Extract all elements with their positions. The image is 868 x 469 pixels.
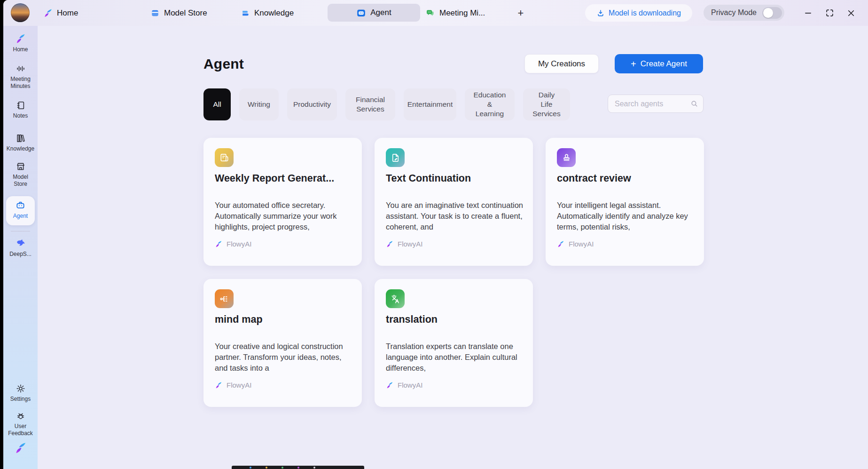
category-filter-bar: All Writing Productivity Financial Servi…: [203, 88, 570, 120]
card-title: translation: [386, 314, 523, 326]
flowy-logo-icon: [43, 8, 53, 18]
taskbar-app-dot: [282, 467, 283, 469]
category-pill-financial-services[interactable]: Financial Services: [345, 88, 395, 120]
sidebar-footer-logo: [3, 442, 38, 454]
taskbar-app-dot: [297, 467, 299, 469]
tab-label: Meeting Mi...: [439, 8, 485, 18]
create-agent-button[interactable]: + Create Agent: [615, 54, 703, 73]
flowy-logo-icon: [557, 240, 564, 248]
category-pill-productivity[interactable]: Productivity: [287, 88, 337, 120]
sidebar: Home Meeting Minutes Notes Knowledge: [3, 26, 38, 469]
flowy-logo-icon: [215, 240, 222, 248]
toggle-track: [762, 7, 782, 19]
agent-card-weekly-report[interactable]: Weekly Report Generat... Your automated …: [203, 138, 362, 266]
page-title: Agent: [203, 56, 244, 72]
sidebar-item-meeting-minutes[interactable]: Meeting Minutes: [3, 64, 38, 90]
tab-label: Model Store: [164, 8, 207, 18]
bookshelf-icon: [16, 133, 26, 143]
my-creations-button[interactable]: My Creations: [524, 54, 599, 73]
tab-label: Home: [57, 8, 78, 18]
download-icon: [596, 9, 605, 17]
tab-label: Agent: [370, 8, 391, 17]
agent-card-translation[interactable]: translation Translation experts can tran…: [375, 279, 533, 407]
sidebar-divider: [11, 231, 30, 231]
agent-card-text-continuation[interactable]: Text Continuation You are an imaginative…: [375, 138, 533, 266]
taskbar-app-dot: [266, 467, 267, 469]
sidebar-item-agent[interactable]: [6, 196, 35, 225]
tab-home[interactable]: Home: [38, 0, 84, 26]
agent-icon: [356, 8, 366, 18]
taskbar-peek[interactable]: [232, 466, 364, 469]
storefront-icon: [16, 161, 26, 172]
sidebar-item-user-feedback[interactable]: User Feedback: [3, 411, 38, 437]
sidebar-item-model-store[interactable]: Model Store: [3, 161, 38, 188]
new-tab-button[interactable]: +: [512, 7, 529, 20]
model-download-status[interactable]: Model is downloading: [585, 4, 692, 22]
notebook-icon: [16, 100, 26, 111]
agent-card-mind-map[interactable]: mind map Your creative and logical const…: [203, 279, 362, 407]
tab-label: Knowledge: [254, 8, 294, 18]
category-pill-daily-life-services[interactable]: Daily Life Services: [523, 88, 570, 120]
category-pill-entertainment[interactable]: Entertainment: [404, 88, 456, 120]
stamp-icon: [557, 148, 576, 167]
category-pill-writing[interactable]: Writing: [239, 88, 279, 120]
gear-icon: [16, 383, 26, 394]
sidebar-item-notes[interactable]: Notes: [3, 100, 38, 119]
search-box: [608, 95, 704, 113]
report-icon: [215, 148, 234, 167]
category-pill-education-learning[interactable]: Education & Learning: [465, 88, 515, 120]
taskbar-app-dot: [250, 467, 251, 469]
card-publisher: FlowyAI: [386, 381, 422, 389]
store-icon: [150, 8, 160, 18]
taskbar-app-dot: [313, 467, 315, 469]
books-icon: [241, 8, 250, 18]
flowy-logo-icon: [15, 33, 26, 44]
category-pill-all[interactable]: All: [203, 88, 231, 120]
card-title: Text Continuation: [386, 173, 523, 184]
flowy-logo-icon: [14, 442, 27, 454]
agent-card-contract-review[interactable]: contract review Your intelligent legal a…: [546, 138, 704, 266]
card-description: Your intelligent legal assistant. Automa…: [557, 200, 694, 232]
app-window: Home Model Store Knowledge: [3, 0, 868, 469]
card-publisher: FlowyAI: [215, 240, 251, 248]
flowy-logo-icon: [386, 240, 393, 248]
tab-meeting-minutes[interactable]: Meeting Mi...: [420, 0, 491, 26]
bug-icon: [16, 411, 26, 421]
sidebar-item-home[interactable]: Home: [3, 33, 38, 53]
card-publisher: FlowyAI: [386, 240, 422, 248]
flowy-logo-icon: [215, 382, 222, 389]
privacy-mode-label: Privacy Mode: [711, 8, 758, 17]
card-description: Your automated office secretary. Automat…: [215, 200, 352, 232]
download-status-label: Model is downloading: [609, 9, 681, 17]
document-pen-icon: [386, 148, 405, 167]
sidebar-item-deepseek[interactable]: DeepS...: [3, 238, 38, 258]
minimize-icon: [804, 9, 812, 17]
flowy-logo-icon: [386, 382, 393, 389]
sidebar-item-knowledge[interactable]: Knowledge: [3, 133, 38, 152]
maximize-button[interactable]: [820, 0, 839, 26]
tab-agent[interactable]: Agent: [328, 4, 420, 22]
card-description: You are an imaginative text continuation…: [386, 200, 523, 232]
sidebar-item-settings[interactable]: Settings: [3, 383, 38, 403]
toggle-knob: [763, 8, 773, 18]
card-title: contract review: [557, 173, 694, 184]
search-input[interactable]: [615, 100, 690, 108]
user-avatar[interactable]: [11, 3, 30, 22]
create-agent-label: Create Agent: [641, 59, 687, 69]
close-icon: [847, 9, 855, 17]
maximize-icon: [825, 8, 834, 17]
card-title: mind map: [215, 314, 352, 326]
privacy-mode-toggle[interactable]: Privacy Mode: [704, 5, 784, 21]
close-button[interactable]: [842, 0, 860, 26]
tab-model-store[interactable]: Model Store: [145, 0, 213, 26]
card-description: Your creative and logical construction p…: [215, 341, 352, 374]
tab-knowledge[interactable]: Knowledge: [235, 0, 299, 26]
deepseek-whale-icon: [15, 238, 26, 249]
minimize-button[interactable]: [798, 0, 817, 26]
translate-icon: [386, 289, 405, 308]
search-icon: [690, 100, 698, 108]
titlebar: Home Model Store Knowledge: [3, 0, 868, 26]
card-title: Weekly Report Generat...: [215, 173, 352, 184]
main-content: Agent My Creations + Create Agent All Wr…: [38, 26, 868, 469]
card-description: Translation experts can translate one la…: [386, 341, 523, 374]
